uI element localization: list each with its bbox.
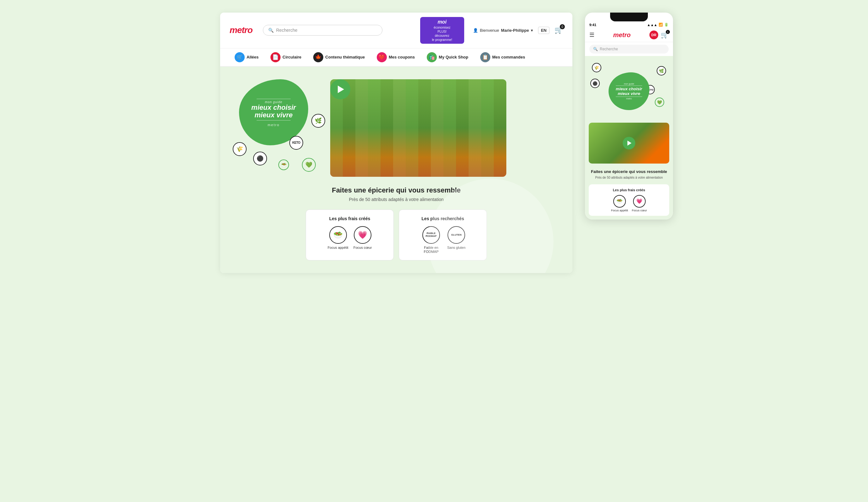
mobile-health-icon: 💚	[655, 98, 664, 107]
mobile-body: 🌾 ⚫ 🥗 KETO 💚 🌿 mon guide mieux choisir m…	[585, 56, 673, 219]
hero-left-panel: mon guide mieux choisir mieux vivre metr…	[230, 79, 324, 145]
blob-divider-bottom	[257, 120, 291, 121]
mobile-header: ☰ metro DR 🛒 1	[585, 28, 673, 42]
hero-section: mon guide mieux choisir mieux vivre metr…	[220, 67, 572, 273]
mobile-card-icons: 🥗 Focus appétit 💗 Focus cœur	[592, 195, 665, 212]
moi-subtitle3: découvrez	[425, 34, 460, 38]
gluten-badge-text: GLUTEN	[451, 233, 462, 236]
cart-button[interactable]: 🛒 0	[555, 26, 563, 34]
nav-item-allees[interactable]: 🛒 Allées	[230, 49, 264, 66]
mobile-focus-coeur[interactable]: 💗 Focus cœur	[632, 195, 647, 212]
blob-title2: mieux vivre	[255, 111, 292, 119]
hero-video-container[interactable]	[330, 79, 506, 177]
mobile-menu-icon[interactable]: ☰	[589, 31, 595, 38]
circulaire-nav-label: Circulaire	[282, 55, 301, 60]
mobile-status-icons: ▲▲▲ 📶 🔋	[647, 23, 669, 27]
nav-item-commandes[interactable]: 📋 Mes commandes	[475, 49, 530, 66]
mobile-blob-divider-top	[616, 85, 642, 86]
mieux-vivre-blob: mon guide mieux choisir mieux vivre metr…	[239, 79, 308, 145]
mobile-blob-line1: mieux choisir	[616, 86, 642, 91]
faible-fodmap-attr[interactable]: FAIBLEFODMAP Faible en FODMAP	[420, 226, 442, 254]
focus-appetit-attr[interactable]: 🥗 Focus appétit	[328, 226, 349, 250]
nav-item-contenu[interactable]: 🍁 Contenu thématique	[308, 49, 370, 66]
sans-gluten-attr[interactable]: GLUTEN Sans gluten	[447, 226, 465, 254]
fodmap-badge-text: FAIBLEFODMAP	[426, 232, 437, 238]
les-plus-recherches-card: Les plus recherchés FAIBLEFODMAP Faible …	[399, 209, 487, 260]
blob-divider-top	[257, 99, 291, 99]
focus-appetit-icon: 🥗	[329, 226, 347, 244]
health-float-icon: 💚	[302, 158, 316, 172]
focus-coeur-attr[interactable]: 💗 Focus cœur	[353, 226, 372, 250]
mobile-grain-icon: 🌾	[592, 63, 601, 72]
header-right-controls: 👤 Bienvenue Marie-Philippe ▾ EN 🛒 0	[473, 26, 563, 34]
user-icon: 👤	[473, 28, 478, 33]
commandes-nav-label: Mes commandes	[492, 55, 525, 60]
mobile-metro-logo[interactable]: metro	[597, 31, 647, 39]
mobile-blob-line2: mieux vivre	[618, 91, 640, 96]
metro-logo[interactable]: metro	[230, 25, 258, 35]
mobile-play-button[interactable]	[623, 137, 635, 150]
mobile-appetit-icon: 🥗	[613, 195, 626, 208]
language-toggle-button[interactable]: EN	[538, 27, 549, 34]
search-placeholder-text: Recherche	[276, 28, 298, 33]
quickshop-nav-icon: 🛍️	[427, 52, 437, 62]
play-triangle-icon	[338, 85, 344, 93]
nav-item-coupons[interactable]: ❤️ Mes coupons	[372, 49, 420, 66]
mobile-leaf-icon: 🌿	[657, 66, 666, 75]
hero-content: mon guide mieux choisir mieux vivre metr…	[230, 79, 563, 177]
mobile-blob-section: 🌾 ⚫ 🥗 KETO 💚 🌿 mon guide mieux choisir m…	[589, 60, 669, 123]
user-name: Marie-Philippe	[501, 28, 529, 33]
mobile-video-container[interactable]	[589, 123, 669, 164]
mobile-search-icon: 🔍	[593, 47, 598, 51]
blob-brand: metro	[268, 123, 280, 127]
moi-subtitle2: PLUS!	[425, 30, 460, 34]
mobile-search-bar[interactable]: 🔍 Recherche	[589, 45, 669, 53]
mobile-user-avatar[interactable]: DR	[649, 31, 658, 39]
coupons-nav-label: Mes coupons	[389, 55, 415, 60]
sans-gluten-icon: GLUTEN	[447, 226, 465, 244]
mobile-focus-appetit[interactable]: 🥗 Focus appétit	[611, 195, 628, 212]
nav-item-quickshop[interactable]: 🛍️ My Quick Shop	[422, 49, 473, 66]
moi-subtitle4: le programme!	[425, 38, 460, 42]
mobile-attribute-card: Les plus frais créés 🥗 Focus appétit 💗 F…	[589, 184, 669, 216]
mobile-play-triangle	[628, 141, 631, 146]
mobile-time: 9:41	[589, 23, 596, 27]
mobile-notch	[610, 13, 648, 21]
diet-float-icon: 🥗	[278, 160, 289, 170]
user-greeting: Bienvenue	[480, 28, 499, 33]
mobile-cart-count: 1	[666, 30, 670, 34]
leaf-float-icon: 🌿	[311, 114, 325, 128]
contenu-nav-label: Contenu thématique	[325, 55, 365, 60]
cart-count-badge: 0	[560, 24, 565, 29]
faible-fodmap-icon: FAIBLEFODMAP	[422, 226, 440, 244]
allees-nav-icon: 🛒	[235, 52, 245, 62]
mobile-coeur-icon: 💗	[633, 195, 645, 208]
mobile-card-title: Les plus frais créés	[592, 188, 665, 192]
mobile-cart-button[interactable]: 🛒 1	[661, 31, 669, 39]
grain-float-icon: 🌾	[233, 142, 247, 156]
attribute-cards-row: Les plus frais créés 🥗 Focus appétit 💗 F…	[230, 209, 563, 260]
user-info[interactable]: 👤 Bienvenue Marie-Philippe ▾	[473, 28, 533, 33]
card2-title: Les plus recherchés	[405, 216, 480, 221]
quickshop-nav-label: My Quick Shop	[439, 55, 468, 60]
mobile-hero-headline: Faites une épicerie qui vous ressemble	[589, 169, 669, 175]
search-bar-desktop[interactable]: 🔍 Recherche	[263, 25, 382, 35]
search-icon: 🔍	[268, 28, 273, 33]
hero-headline: Faites une épicerie qui vous ressemble	[230, 186, 563, 194]
sans-gluten-label: Sans gluten	[447, 246, 465, 250]
nav-item-circulaire[interactable]: 📄 Circulaire	[266, 49, 306, 66]
video-background	[330, 79, 506, 177]
desktop-browser-window: metro 🔍 Recherche moi économisez PLUS! d…	[220, 13, 572, 273]
hero-bottom-text: Faites une épicerie qui vous ressemble P…	[230, 186, 563, 202]
mobile-status-bar: 9:41 ▲▲▲ 📶 🔋	[585, 21, 673, 28]
focus-appetit-label: Focus appétit	[328, 246, 349, 250]
chevron-down-icon: ▾	[531, 28, 533, 33]
mobile-text-section: Faites une épicerie qui vous ressemble P…	[589, 167, 669, 182]
les-plus-frais-card: Les plus frais créés 🥗 Focus appétit 💗 F…	[306, 209, 394, 260]
mobile-search-placeholder: Recherche	[600, 47, 618, 51]
card1-icons: 🥗 Focus appétit 💗 Focus cœur	[312, 226, 387, 250]
moi-program-badge[interactable]: moi économisez PLUS! découvrez le progra…	[420, 17, 464, 44]
mobile-seeds-icon: ⚫	[590, 79, 600, 88]
moi-subtitle: économisez	[425, 25, 460, 30]
video-play-button[interactable]	[330, 79, 350, 99]
